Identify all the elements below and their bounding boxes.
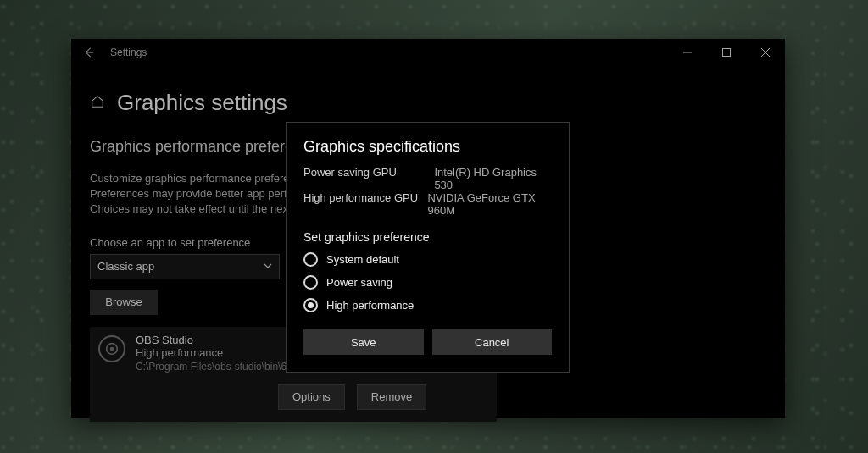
radio-group: System default Power saving High perform… [303, 252, 552, 312]
close-icon[interactable] [746, 39, 785, 66]
radio-label: System default [326, 253, 399, 266]
minimize-icon[interactable] [668, 39, 707, 66]
cancel-button[interactable]: Cancel [432, 329, 553, 355]
radio-power-saving[interactable]: Power saving [303, 275, 552, 290]
high-gpu-value: NVIDIA GeForce GTX 960M [427, 191, 552, 217]
high-gpu-label: High performance GPU [303, 191, 419, 217]
radio-icon [303, 298, 318, 312]
set-pref-label: Set graphics preference [303, 230, 552, 244]
gpu-table: Power saving GPU Intel(R) HD Graphics 53… [303, 166, 552, 217]
svg-point-2 [110, 346, 114, 351]
remove-button[interactable]: Remove [357, 384, 426, 410]
page-title: Graphics settings [117, 90, 287, 116]
radio-label: Power saving [326, 276, 392, 289]
radio-system-default[interactable]: System default [303, 252, 552, 267]
browse-button[interactable]: Browse [90, 290, 158, 315]
dropdown-value: Classic app [97, 260, 154, 273]
back-icon[interactable] [83, 47, 95, 58]
app-type-dropdown[interactable]: Classic app [90, 254, 280, 279]
home-icon[interactable] [90, 94, 105, 113]
maximize-icon[interactable] [707, 39, 746, 66]
power-gpu-value: Intel(R) HD Graphics 530 [434, 166, 552, 191]
save-button[interactable]: Save [303, 329, 424, 355]
svg-rect-0 [723, 49, 731, 57]
graphics-spec-dialog: Graphics specifications Power saving GPU… [286, 122, 570, 373]
titlebar[interactable]: Settings [71, 39, 785, 66]
app-icon [98, 335, 125, 362]
power-gpu-label: Power saving GPU [303, 166, 426, 191]
radio-icon [303, 275, 318, 290]
radio-icon [303, 252, 318, 267]
radio-label: High performance [326, 299, 414, 312]
window-controls [668, 39, 785, 66]
window-title: Settings [110, 47, 147, 58]
radio-high-performance[interactable]: High performance [303, 298, 552, 312]
chevron-down-icon [264, 260, 272, 273]
options-button[interactable]: Options [278, 384, 345, 410]
dialog-title: Graphics specifications [303, 138, 552, 156]
